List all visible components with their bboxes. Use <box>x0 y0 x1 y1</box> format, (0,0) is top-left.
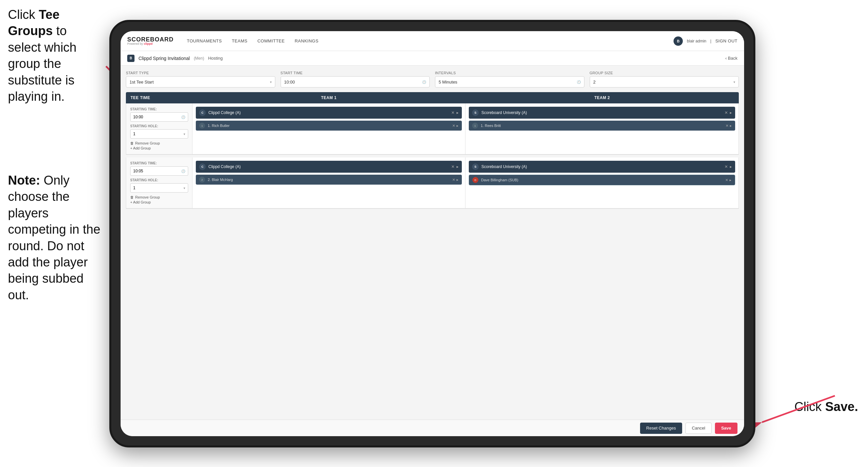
group-1-team1-badge: C <box>199 109 206 116</box>
group-2-team2-card[interactable]: S Scoreboard University (A) ✕ ▸ <box>469 161 735 173</box>
group-2-team1-expand-icon[interactable]: ▸ <box>457 165 459 169</box>
group-1-time-input[interactable]: 10:00 🕙 <box>130 112 188 122</box>
group-2-team2-player-sub: D Dave Billingham (SUB) ✕ ▸ <box>469 175 735 185</box>
group-size-group: Group Size 2 ▾ <box>590 71 739 88</box>
content-area: Start Type 1st Tee Start ▾ Start Time 10… <box>121 66 744 419</box>
trash-icon-1: 🗑 <box>130 141 134 145</box>
nav-username: blair admin <box>687 39 706 43</box>
group-1-team2-expand-icon[interactable]: ▸ <box>730 110 732 115</box>
trash-icon-2: 🗑 <box>130 195 134 199</box>
back-button[interactable]: ‹ Back <box>725 56 738 61</box>
intervals-label: Intervals <box>435 71 584 75</box>
player-3-close-icon[interactable]: ✕ <box>452 178 455 182</box>
player-1-expand-icon[interactable]: ▸ <box>457 124 459 128</box>
nav-tournaments[interactable]: TOURNAMENTS <box>187 38 222 43</box>
group-2-time-input[interactable]: 10:05 🕙 <box>130 166 188 176</box>
add-group-2-button[interactable]: + Add Group <box>130 200 188 204</box>
start-type-group: Start Type 1st Tee Start ▾ <box>126 71 275 88</box>
group-2-left: STARTING TIME: 10:05 🕙 STARTING HOLE: 1 … <box>126 157 192 208</box>
player-4-close-icon[interactable]: ✕ <box>725 178 728 182</box>
sub-header-gender: (Men) <box>194 56 204 61</box>
sub-header-title: Clippd Spring Invitational <box>138 56 190 61</box>
group-2-hole-input[interactable]: 1 ▾ <box>130 183 188 193</box>
remove-group-1-button[interactable]: 🗑 Remove Group <box>130 141 188 145</box>
group-1: STARTING TIME: 10:00 🕙 STARTING HOLE: 1 … <box>126 104 739 155</box>
player-4-name: Dave Billingham (SUB) <box>481 178 722 182</box>
instruction-text: Click Tee Groups to select which group t… <box>0 0 109 111</box>
group-1-team1-cell: C Clippd College (A) ✕ ▸ 1 1. Rich Butle… <box>192 104 465 154</box>
navbar: SCOREBOARD Powered by clippd TOURNAMENTS… <box>121 31 744 51</box>
group-2-team1-close-icon[interactable]: ✕ <box>451 165 455 169</box>
table-header: Tee Time Team 1 Team 2 <box>126 92 739 104</box>
logo-powered: Powered by clippd <box>127 42 174 46</box>
group-1-team2-badge: S <box>472 109 479 116</box>
nav-signout[interactable]: Sign out <box>715 38 738 43</box>
nav-rankings[interactable]: RANKINGS <box>294 38 318 43</box>
start-type-input[interactable]: 1st Tee Start ▾ <box>126 76 275 88</box>
sub-header-badge: B <box>127 55 134 62</box>
group-1-team2-name: Scoreboard University (A) <box>482 110 722 115</box>
save-button[interactable]: Save <box>715 422 738 434</box>
group-size-label: Group Size <box>590 71 739 75</box>
nav-separator: | <box>710 39 711 43</box>
nav-committee[interactable]: COMMITTEE <box>257 38 285 43</box>
player-3-expand-icon[interactable]: ▸ <box>457 178 459 182</box>
group-2-team1-controls: ✕ ▸ <box>451 165 459 169</box>
group-1-team1-controls: ✕ ▸ <box>451 110 459 115</box>
start-time-label: Start Time <box>281 71 430 75</box>
player-4-controls: ✕ ▸ <box>725 178 732 182</box>
group-1-team1-expand-icon[interactable]: ▸ <box>457 110 459 115</box>
group-2-team2-close-icon[interactable]: ✕ <box>724 165 728 169</box>
group-1-team2-controls: ✕ ▸ <box>724 110 732 115</box>
click-save-text: Click Save. <box>795 400 858 414</box>
group-1-actions: 🗑 Remove Group + Add Group <box>130 141 188 150</box>
nav-avatar: B <box>674 36 683 46</box>
player-3-num: 2 <box>199 177 205 183</box>
player-4-expand-icon[interactable]: ▸ <box>730 178 732 182</box>
group-2-team2-cell: S Scoreboard University (A) ✕ ▸ D Dave B… <box>465 157 739 208</box>
group-2-team1-name: Clippd College (A) <box>208 165 448 169</box>
add-group-1-button[interactable]: + Add Group <box>130 146 188 150</box>
player-2-controls: ✕ ▸ <box>725 124 732 128</box>
bottom-bar: Reset Changes Cancel Save <box>121 419 744 436</box>
player-2-expand-icon[interactable]: ▸ <box>730 124 732 128</box>
group-1-team1-close-icon[interactable]: ✕ <box>451 110 455 115</box>
intervals-clock-icon: 🕙 <box>577 80 581 84</box>
start-time-clock-icon: 🕙 <box>422 80 426 84</box>
group-1-hole-label: STARTING HOLE: <box>130 124 188 128</box>
remove-group-2-button[interactable]: 🗑 Remove Group <box>130 195 188 199</box>
th-tee-time: Tee Time <box>126 92 192 104</box>
group-2: STARTING TIME: 10:05 🕙 STARTING HOLE: 1 … <box>126 157 739 209</box>
start-time-input[interactable]: 10:00 🕙 <box>281 76 430 88</box>
time-clock-icon-1: 🕙 <box>181 115 185 119</box>
group-1-team2-card[interactable]: S Scoreboard University (A) ✕ ▸ <box>469 107 735 119</box>
intervals-input[interactable]: 5 Minutes 🕙 <box>435 76 584 88</box>
player-1-close-icon[interactable]: ✕ <box>452 124 455 128</box>
group-2-team2-controls: ✕ ▸ <box>724 165 732 169</box>
logo-scoreboard: SCOREBOARD <box>127 36 174 42</box>
group-2-team1-cell: C Clippd College (A) ✕ ▸ 2 2. Blair McHa… <box>192 157 465 208</box>
group-1-team1-card[interactable]: C Clippd College (A) ✕ ▸ <box>196 107 462 119</box>
time-clock-icon-2: 🕙 <box>181 169 185 173</box>
group-1-hole-input[interactable]: 1 ▾ <box>130 129 188 139</box>
group-2-team1-card[interactable]: C Clippd College (A) ✕ ▸ <box>196 161 462 173</box>
group-1-team2-player-1: 1 1. Rees Britt ✕ ▸ <box>469 121 735 130</box>
group-2-team2-expand-icon[interactable]: ▸ <box>730 165 732 169</box>
sub-header: B Clippd Spring Invitational (Men) Hosti… <box>121 51 744 66</box>
group-size-input[interactable]: 2 ▾ <box>590 76 739 88</box>
cancel-button[interactable]: Cancel <box>685 422 711 434</box>
group-1-time-label: STARTING TIME: <box>130 107 188 111</box>
nav-teams[interactable]: TEAMS <box>232 38 247 43</box>
player-2-name: 1. Rees Britt <box>481 124 723 127</box>
start-time-group: Start Time 10:00 🕙 <box>281 71 430 88</box>
group-1-team2-close-icon[interactable]: ✕ <box>724 110 728 115</box>
hole-arrow-icon-2: ▾ <box>184 186 185 190</box>
group-1-team2-cell: S Scoreboard University (A) ✕ ▸ 1 1. Ree… <box>465 104 739 154</box>
group-2-team1-badge: C <box>199 164 206 170</box>
intervals-group: Intervals 5 Minutes 🕙 <box>435 71 584 88</box>
group-1-left: STARTING TIME: 10:00 🕙 STARTING HOLE: 1 … <box>126 104 192 154</box>
group-2-team1-player-1: 2 2. Blair McHarg ✕ ▸ <box>196 175 462 185</box>
player-2-close-icon[interactable]: ✕ <box>725 124 728 128</box>
reset-changes-button[interactable]: Reset Changes <box>640 422 682 434</box>
group-1-team1-player-1: 1 1. Rich Butler ✕ ▸ <box>196 121 462 130</box>
